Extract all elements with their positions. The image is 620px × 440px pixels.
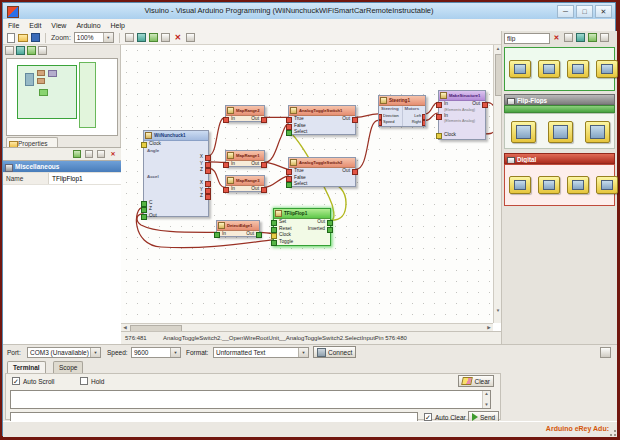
pin-out[interactable] <box>261 162 267 168</box>
minimize-button[interactable]: ─ <box>557 5 574 18</box>
menu-help[interactable]: Help <box>106 22 130 29</box>
component-glyph-icon <box>553 125 568 139</box>
block-maprange3[interactable]: MapRange3 InOut <box>225 175 265 192</box>
tab-scope[interactable]: Scope <box>53 361 83 373</box>
format-tool-icon[interactable] <box>125 33 134 42</box>
menu-view[interactable]: View <box>46 22 71 29</box>
filter-icon[interactable] <box>97 150 105 158</box>
sort-asc-icon[interactable] <box>73 150 81 158</box>
delete-icon[interactable]: ✕ <box>173 33 183 43</box>
block-steering1[interactable]: Steering1 Steering Direction Speed Motor… <box>378 95 426 127</box>
settings-icon[interactable] <box>161 33 170 42</box>
save-project-icon[interactable] <box>31 33 40 42</box>
categorize-icon[interactable] <box>85 150 93 158</box>
component-item[interactable] <box>596 176 618 194</box>
speed-select[interactable]: 9600 ▼ <box>131 347 181 358</box>
property-category[interactable]: Miscellaneous <box>3 161 121 173</box>
auto-clear-checkbox[interactable]: ✓ <box>424 413 432 421</box>
title-bar[interactable]: Visuino - Visual Arduino Programming (Wi… <box>3 3 615 20</box>
auto-scroll-checkbox[interactable]: ✓ <box>12 377 20 385</box>
component-item[interactable] <box>509 60 531 78</box>
view-mode-icon[interactable] <box>576 33 585 42</box>
component-item[interactable] <box>567 176 589 194</box>
zoom-combo[interactable]: 100% ▼ <box>74 32 114 43</box>
clear-filter-icon[interactable]: ✕ <box>552 33 561 42</box>
close-button[interactable]: ✕ <box>595 5 612 18</box>
pin-in[interactable] <box>223 162 229 168</box>
compile-upload-icon[interactable] <box>149 33 158 42</box>
pin-out[interactable] <box>261 187 267 193</box>
component-item[interactable] <box>511 121 536 143</box>
expand-all-icon[interactable] <box>588 33 597 42</box>
project-minimap[interactable] <box>6 58 118 136</box>
pin-panel-icon[interactable] <box>600 33 609 42</box>
property-row-name[interactable]: Name TFlipFlop1 <box>3 173 121 185</box>
block-tflipflop1[interactable]: TFlipFlop1 SetOut ResetInverted Clock To… <box>273 208 331 246</box>
toolbox-category-flipflops[interactable]: Flip-Flops <box>504 94 615 105</box>
hold-checkbox[interactable] <box>80 377 88 385</box>
pin-toggle[interactable] <box>271 240 277 246</box>
component-icon <box>275 210 282 217</box>
block-analogtoggleswitch2[interactable]: AnalogToggleSwitch2 TrueOut False Select <box>288 157 356 187</box>
component-glyph-icon <box>516 125 531 139</box>
design-canvas[interactable]: WiiNunchuck1 Clock Angle X Y Z Accel X Y… <box>121 45 493 323</box>
terminal-output[interactable]: ▲ ▼ <box>10 390 491 409</box>
property-value[interactable]: TFlipFlop1 <box>49 173 121 184</box>
toolbox-category-digital[interactable]: Digital <box>504 153 615 164</box>
component-item[interactable] <box>538 60 560 78</box>
tab-terminal[interactable]: Terminal <box>7 361 46 373</box>
pan-tool-icon[interactable] <box>38 46 47 55</box>
component-item[interactable] <box>585 121 610 143</box>
pin-in[interactable] <box>223 117 229 123</box>
menu-file[interactable]: File <box>3 22 24 29</box>
select-board-icon[interactable] <box>137 33 146 42</box>
pin-select[interactable] <box>286 130 292 136</box>
pin-select[interactable] <box>286 182 292 188</box>
component-item[interactable] <box>596 60 618 78</box>
block-maprange2[interactable]: MapRange2 InOut <box>225 105 265 122</box>
chevron-down-icon[interactable]: ▼ <box>103 33 113 42</box>
component-item[interactable] <box>567 60 589 78</box>
zoom-fit-icon[interactable] <box>27 46 36 55</box>
block-maprange1[interactable]: MapRange1 InOut <box>225 150 265 167</box>
chevron-down-icon[interactable]: ▼ <box>298 348 308 357</box>
clear-button[interactable]: Clear <box>458 375 494 387</box>
help-tool-icon[interactable] <box>186 33 195 42</box>
connect-button[interactable]: Connect <box>313 346 356 358</box>
category-icon <box>507 157 515 165</box>
component-item[interactable] <box>548 121 573 143</box>
pin-out[interactable] <box>256 232 262 238</box>
board-view-icon[interactable] <box>16 46 25 55</box>
maximize-button[interactable]: □ <box>576 5 593 18</box>
component-item[interactable] <box>538 176 560 194</box>
pin-in[interactable] <box>214 232 220 238</box>
pin-speed[interactable] <box>379 120 382 126</box>
port-select[interactable]: COM3 (Unavailable) ▼ <box>27 347 101 358</box>
new-project-icon[interactable] <box>7 33 15 43</box>
format-select[interactable]: Unformatted Text ▼ <box>213 347 309 358</box>
toolbox-subcategory-band[interactable] <box>504 105 615 113</box>
block-detectedge1[interactable]: DetectEdge1 InOut <box>216 220 260 237</box>
overview-tool-icon[interactable] <box>5 46 14 55</box>
pin-out[interactable] <box>141 214 147 220</box>
pin-right[interactable] <box>422 120 425 126</box>
component-item[interactable] <box>509 176 531 194</box>
collapse-all-icon[interactable] <box>564 33 573 42</box>
minimap-viewport[interactable] <box>17 65 77 119</box>
pin-out[interactable] <box>261 117 267 123</box>
open-project-icon[interactable] <box>18 34 28 42</box>
terminal-scrollbar[interactable]: ▲ ▼ <box>482 391 490 408</box>
pin-clock[interactable] <box>436 133 442 139</box>
block-wiinunchuck1[interactable]: WiiNunchuck1 Clock Angle X Y Z Accel X Y… <box>143 130 209 217</box>
menu-edit[interactable]: Edit <box>24 22 46 29</box>
menu-arduino[interactable]: Arduino <box>71 22 105 29</box>
chevron-down-icon[interactable]: ▼ <box>90 348 100 357</box>
block-analogtoggleswitch1[interactable]: AnalogToggleSwitch1 TrueOut False Select <box>288 105 356 135</box>
block-makestructure1[interactable]: MakeStructure1 InOut (Elements Analog) I… <box>438 90 486 140</box>
resize-grip[interactable] <box>608 428 616 436</box>
pin-in[interactable] <box>223 187 229 193</box>
clear-filter-icon[interactable]: ✕ <box>109 150 117 158</box>
chevron-down-icon[interactable]: ▼ <box>170 348 180 357</box>
disconnect-icon[interactable] <box>600 347 611 358</box>
component-filter-input[interactable] <box>504 33 550 44</box>
